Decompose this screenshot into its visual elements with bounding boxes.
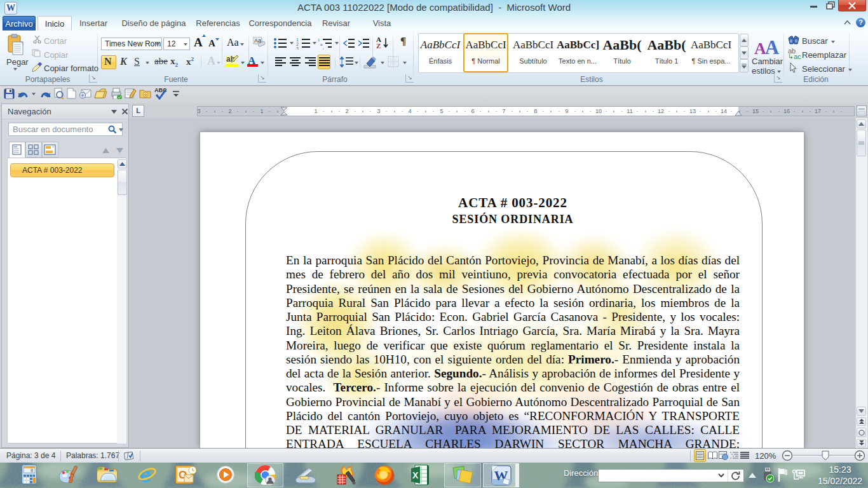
svg-text:a: a: [320, 43, 323, 46]
svg-text:i: i: [323, 47, 323, 50]
svg-text:2: 2: [296, 42, 299, 46]
svg-text:1: 1: [318, 38, 320, 42]
svg-text:3: 3: [296, 46, 299, 50]
svg-text:X: X: [412, 470, 419, 480]
svg-text:e: e: [139, 464, 151, 485]
svg-text:1: 1: [296, 37, 299, 42]
svg-text:0: 0: [31, 468, 33, 473]
